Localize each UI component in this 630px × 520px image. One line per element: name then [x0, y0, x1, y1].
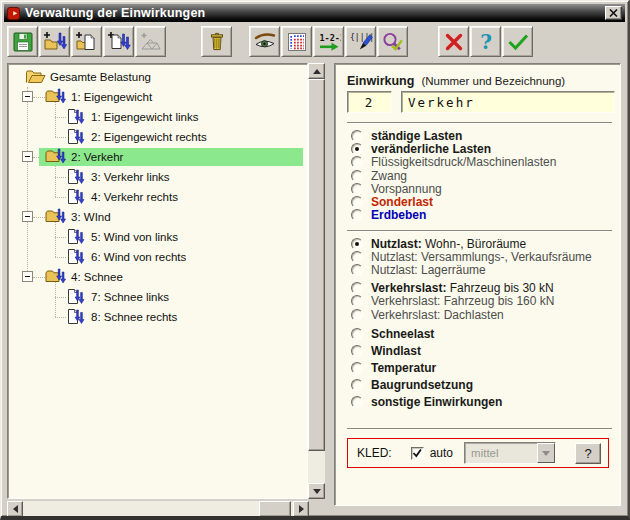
app-icon	[7, 7, 20, 20]
close-button[interactable]	[605, 6, 622, 20]
radio-option[interactable]: Sonderlast	[351, 195, 616, 208]
radio-option[interactable]: ständige Lasten	[351, 129, 616, 142]
separator	[347, 230, 612, 232]
tree-item-label: 2: Eigengewicht rechts	[90, 130, 211, 144]
collapse-toggle[interactable]	[22, 91, 33, 102]
collapse-toggle[interactable]	[22, 271, 33, 282]
action-detail-panel: Einwirkung(Nummer und Bezeichnung) ständ…	[334, 63, 621, 506]
check-icon	[412, 448, 423, 458]
help-icon: ?	[474, 30, 498, 54]
search-check-icon	[381, 30, 405, 54]
format-button[interactable]: {||||}	[345, 26, 376, 57]
radio-option[interactable]: Schneelast	[351, 326, 616, 343]
help-button[interactable]: ?	[470, 26, 501, 57]
kled-help-button[interactable]: ?	[575, 443, 601, 464]
tree-load-case-item[interactable]: 8: Schnee rechts	[9, 307, 306, 327]
detail-header: Einwirkung(Nummer und Bezeichnung)	[347, 74, 565, 88]
radio-dot	[355, 242, 359, 246]
tree-vertical-scrollbar[interactable]	[308, 63, 325, 499]
scroll-up-button[interactable]	[308, 63, 325, 79]
radio-icon	[351, 251, 363, 263]
radio-option[interactable]: Nutzlast: Versammlungs-, Verkaufsräume	[351, 250, 616, 263]
radio-option[interactable]: Windlast	[351, 343, 616, 360]
tree-load-case-item[interactable]: 7: Schnee links	[9, 287, 306, 307]
tree-load-case-item[interactable]: 6: Wind von rechts	[9, 247, 306, 267]
tree-load-case-item[interactable]: 2: Eigengewicht rechts	[9, 127, 306, 147]
radio-icon	[351, 143, 363, 155]
radio-option[interactable]: Erdbeben	[351, 209, 616, 222]
arrow-down-icon	[313, 489, 321, 494]
collapse-toggle[interactable]	[22, 211, 33, 222]
new-load-case-button[interactable]	[103, 26, 134, 57]
tree-item-label: Gesamte Belastung	[49, 70, 155, 84]
kled-label: KLED:	[357, 446, 392, 460]
arrow-left-icon	[13, 505, 18, 513]
tree-folder-item[interactable]: 2: Verkehr	[9, 147, 306, 167]
kled-auto-label: auto	[430, 446, 453, 460]
radio-option[interactable]: veränderliche Lasten	[351, 142, 616, 155]
radio-option[interactable]: Verkehrslast: Fahrzeug bis 160 kN	[351, 295, 616, 308]
titlebar[interactable]: Verwaltung der Einwirkungen	[4, 4, 625, 22]
radio-option[interactable]: Verkehrslast: Dachlasten	[351, 308, 616, 321]
radio-option[interactable]: Verkehrslast: Fahrzeug bis 30 kN	[351, 281, 616, 294]
radio-icon	[351, 156, 363, 168]
tree-load-case-item[interactable]: 4: Verkehr rechts	[9, 187, 306, 207]
ok-button[interactable]	[502, 26, 533, 57]
tree-load-case-item[interactable]: 5: Wind von links	[9, 227, 306, 247]
new-surface-load-button	[135, 26, 166, 57]
load-category-group: ständige Lasten veränderliche Lasten Flü…	[351, 129, 616, 222]
tree-item-label: 3: WInd	[70, 210, 115, 224]
save-icon	[11, 30, 35, 54]
radio-icon	[351, 238, 363, 250]
radio-icon	[351, 345, 363, 357]
view-button[interactable]	[249, 26, 280, 57]
tree-folder-item[interactable]: 4: Schnee	[9, 267, 306, 287]
radio-dot	[355, 147, 359, 151]
tree-horizontal-scrollbar[interactable]	[7, 501, 309, 517]
trash-icon	[205, 30, 229, 54]
radio-option-label: Erdbeben	[371, 208, 426, 222]
tree-load-case-item[interactable]: 1: Eigengewicht links	[9, 107, 306, 127]
delete-button[interactable]	[201, 26, 232, 57]
radio-option[interactable]: Flüssigkeitsdruck/Maschinenlasten	[351, 156, 616, 169]
radio-option[interactable]: sonstige Einwirkungen	[351, 394, 616, 411]
action-name-input[interactable]	[401, 91, 615, 113]
cancel-button[interactable]	[438, 26, 469, 57]
radio-option[interactable]: Baugrundsetzung	[351, 377, 616, 394]
detail-header-title: Einwirkung	[347, 74, 414, 88]
tree-load-case-item[interactable]: 3: Verkehr links	[9, 167, 306, 187]
new-action-folder-button[interactable]	[39, 26, 70, 57]
new-load-case-icon	[107, 30, 131, 54]
radio-option[interactable]: Nutzlast: Lagerräume	[351, 264, 616, 277]
radio-option[interactable]: Vorspannung	[351, 182, 616, 195]
vertical-scroll-thumb[interactable]	[308, 79, 325, 451]
tree-root-item[interactable]: Gesamte Belastung	[9, 67, 306, 87]
check-search-button[interactable]	[377, 26, 408, 57]
action-number-input[interactable]	[347, 91, 392, 113]
tree-folder-item[interactable]: 3: WInd	[9, 207, 306, 227]
radio-option-label: Vorspannung	[371, 182, 442, 196]
combo-dropdown-button	[537, 443, 555, 463]
radio-option[interactable]: Temperatur	[351, 360, 616, 377]
scroll-down-button[interactable]	[308, 483, 325, 499]
radio-option[interactable]: Zwang	[351, 169, 616, 182]
chevron-down-icon	[542, 451, 550, 456]
tree-folder-item[interactable]: 1: Eigengewicht	[9, 87, 306, 107]
radio-option[interactable]: Nutzlast: Wohn-, Büroräume	[351, 237, 616, 250]
radio-option-label: Verkehrslast: Dachlasten	[371, 308, 504, 322]
renumber-button[interactable]: 1-2-3	[313, 26, 344, 57]
radio-icon	[351, 196, 363, 208]
radio-option-label: ständige Lasten	[371, 129, 462, 143]
kled-auto-checkbox[interactable]	[411, 447, 424, 460]
radio-option-label: Windlast	[371, 344, 421, 358]
table-button[interactable]	[281, 26, 312, 57]
scroll-right-button[interactable]	[293, 501, 309, 517]
tree-rows: Gesamte Belastung 1: Eigengewicht 1: Eig…	[9, 65, 306, 497]
scroll-left-button[interactable]	[7, 501, 23, 517]
collapse-toggle[interactable]	[22, 151, 33, 162]
horizontal-scroll-thumb[interactable]	[259, 501, 291, 517]
load-case-icon	[67, 248, 87, 266]
copy-action-button[interactable]	[71, 26, 102, 57]
save-button[interactable]	[7, 26, 38, 57]
radio-icon	[351, 309, 363, 321]
